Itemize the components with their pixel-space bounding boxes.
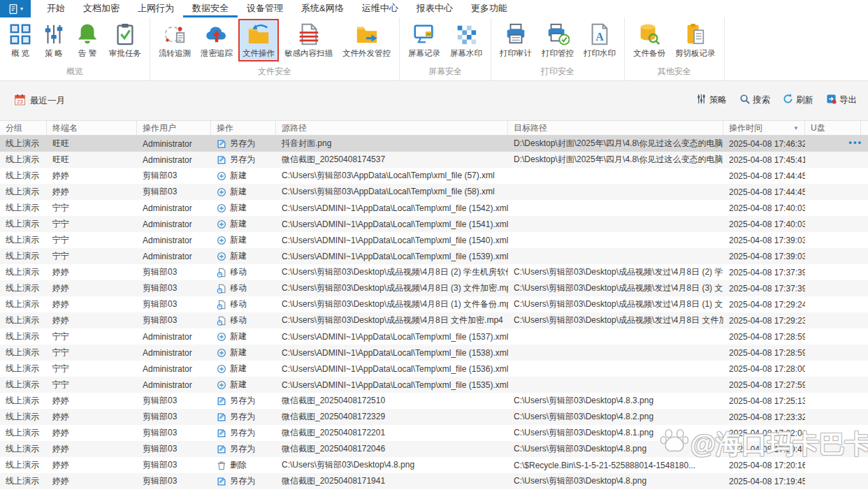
export-button[interactable]: 导出 <box>826 94 857 106</box>
cell-terminal: 婷婷 <box>47 457 137 473</box>
table-row[interactable]: 线上演示宁宁Administrator新建C:\Users\ADMINI~1\A… <box>0 345 868 361</box>
cell-user: 剪辑部03 <box>137 312 211 328</box>
app-window: ▾ 开始文档加密上网行为数据安全设备管理系统&网络运维中心报表中心更多功能 概 … <box>0 0 868 492</box>
export-icon <box>826 94 837 106</box>
date-range-filter[interactable]: 23 最近一月 <box>14 94 65 108</box>
cell-source: C:\Users\剪辑部03\Desktop\成品视频\4月8日 (3) 文件加… <box>276 280 508 296</box>
column-header-op[interactable]: 操作 <box>211 121 276 135</box>
chevron-down-icon[interactable]: ▼ <box>793 125 799 131</box>
table-row[interactable]: 线上演示宁宁Administrator新建C:\Users\ADMINI~1\A… <box>0 361 868 377</box>
table-row[interactable]: 线上演示旺旺Administrator另存为微信截图_2025040817453… <box>0 152 868 168</box>
monitor-icon <box>412 22 436 46</box>
column-header-target[interactable]: 目标路径 <box>508 121 723 135</box>
policy-button[interactable]: 策略 <box>696 94 727 106</box>
table-row[interactable]: 线上演示婷婷剪辑部03新建C:\Users\剪辑部03\AppData\Loca… <box>0 184 868 200</box>
menu-tab-data-security[interactable]: 数据安全 <box>183 0 238 17</box>
menu-tab-ops-center[interactable]: 运维中心 <box>353 0 407 17</box>
op-label: 另存为 <box>230 443 255 455</box>
menu-tab-web-behavior[interactable]: 上网行为 <box>129 0 183 17</box>
save-as-icon <box>217 444 230 454</box>
table-row[interactable]: 线上演示宁宁Administrator新建C:\Users\ADMINI~1\A… <box>0 200 868 216</box>
table-row[interactable]: 线上演示旺旺Administrator另存为抖音封面.pngD:\Desktop… <box>0 136 868 152</box>
ribbon-item-label: 屏幕记录 <box>408 48 440 59</box>
column-header-label: 操作用户 <box>143 122 176 134</box>
refresh-label: 刷新 <box>796 94 813 106</box>
menu-tab-more-features[interactable]: 更多功能 <box>462 0 516 17</box>
save-as-icon <box>217 139 230 149</box>
app-menu-button[interactable]: ▾ <box>0 0 31 17</box>
cell-time: 2025-04-08 17:39:03 <box>723 232 805 248</box>
ribbon-item-file-backup[interactable]: 文件备份 <box>629 19 670 62</box>
ribbon-item-screen-watermark[interactable]: 屏幕水印 <box>446 19 486 62</box>
ribbon-item-clipboard-record[interactable]: 剪切板记录 <box>671 19 720 62</box>
cell-terminal: 旺旺 <box>47 152 137 168</box>
menu-tab-system-network[interactable]: 系统&网络 <box>292 0 353 17</box>
column-header-source[interactable]: 源路径 <box>276 121 508 135</box>
cell-op: 移动 <box>211 296 276 312</box>
table-row[interactable]: 线上演示宁宁Administrator新建C:\Users\ADMINI~1\A… <box>0 328 868 345</box>
cell-user: 剪辑部03 <box>137 441 211 457</box>
ribbon-item-screen-record[interactable]: 屏幕记录 <box>404 19 444 62</box>
ribbon-item-circulation-trace[interactable]: 流转追溯 <box>154 19 195 62</box>
table-row[interactable]: 线上演示婷婷剪辑部03另存为微信截图_20250408172329C:\User… <box>0 409 868 425</box>
cell-user: 剪辑部03 <box>137 184 211 200</box>
ribbon-item-alert[interactable]: 告 警 <box>71 19 103 62</box>
table-row[interactable]: 线上演示婷婷剪辑部03移动C:\Users\剪辑部03\Desktop\成品视频… <box>0 280 868 296</box>
cell-usb <box>805 248 861 264</box>
ribbon-item-print-control[interactable]: 打印管控 <box>537 19 578 62</box>
search-button[interactable]: 搜索 <box>739 94 770 106</box>
column-header-user[interactable]: 操作用户 <box>137 121 211 135</box>
menu-tab-start[interactable]: 开始 <box>38 0 74 17</box>
ribbon-item-print-watermark[interactable]: A打印水印 <box>579 19 620 62</box>
ribbon-item-approval-tasks[interactable]: 审批任务 <box>105 19 145 62</box>
table-row[interactable]: 线上演示婷婷剪辑部03移动C:\Users\剪辑部03\Desktop\成品视频… <box>0 312 868 328</box>
ribbon-item-overview[interactable]: 概 览 <box>4 19 36 62</box>
menu-tab-doc-encryption[interactable]: 文档加密 <box>74 0 129 17</box>
save-as-icon <box>217 477 230 486</box>
table-row[interactable]: 线上演示婷婷剪辑部03新建C:\Users\剪辑部03\AppData\Loca… <box>0 168 868 184</box>
column-header-group[interactable]: 分组 <box>0 121 47 135</box>
menu-tab-device-mgmt[interactable]: 设备管理 <box>238 0 292 17</box>
cell-user: Administrator <box>137 377 211 393</box>
table-row[interactable]: 线上演示婷婷剪辑部03另存为微信截图_20250408172201C:\User… <box>0 425 868 441</box>
column-header-usb[interactable]: U盘 <box>805 121 861 135</box>
op-label: 新建 <box>230 363 247 375</box>
table-row[interactable]: 线上演示婷婷剪辑部03删除C:\Users\剪辑部03\Desktop\4.8.… <box>0 457 868 473</box>
cell-usb <box>805 409 861 425</box>
table-row[interactable]: 线上演示宁宁Administrator新建C:\Users\ADMINI~1\A… <box>0 377 868 393</box>
table-row[interactable]: 线上演示宁宁Administrator新建C:\Users\ADMINI~1\A… <box>0 232 868 248</box>
cell-group: 线上演示 <box>0 168 47 184</box>
op-label: 另存为 <box>230 411 255 423</box>
ribbon-item-policy[interactable]: 策 略 <box>38 19 70 62</box>
row-actions-menu[interactable]: ••• <box>848 136 862 152</box>
refresh-button[interactable]: 刷新 <box>783 94 813 106</box>
ribbon-item-sensitive-content-scan[interactable]: 敏感内容扫描 <box>280 19 337 62</box>
table-header: 分组终端名操作用户操作源路径目标路径操作时间▼U盘 <box>0 120 868 136</box>
table-row[interactable]: 线上演示宁宁Administrator新建C:\Users\ADMINI~1\A… <box>0 216 868 232</box>
cell-time: 2025-04-08 17:20:16 <box>723 457 805 473</box>
column-header-terminal[interactable]: 终端名 <box>47 121 137 135</box>
table-row[interactable]: 线上演示宁宁Administrator新建C:\Users\ADMINI~1\A… <box>0 248 868 264</box>
ribbon-item-leak-tracking[interactable]: 泄密追踪 <box>196 19 237 62</box>
cell-source: 微信截图_20250408171941 <box>276 473 508 489</box>
cell-source: C:\Users\ADMINI~1\AppData\Local\Temp\xml… <box>276 328 508 345</box>
cell-usb <box>805 425 861 441</box>
table-row[interactable]: 线上演示婷婷剪辑部03另存为微信截图_20250408172510C:\User… <box>0 393 868 409</box>
menu-tab-report-center[interactable]: 报表中心 <box>407 0 462 17</box>
cell-user: 剪辑部03 <box>137 296 211 312</box>
create-icon <box>217 187 230 197</box>
table-row[interactable]: 线上演示婷婷剪辑部03另存为微信截图_20250408172046C:\User… <box>0 441 868 457</box>
table-row[interactable]: 线上演示婷婷剪辑部03另存为微信截图_20250408171941C:\User… <box>0 473 868 489</box>
cell-target: C:\Users\剪辑部03\Desktop\4.8.2.png <box>508 409 723 425</box>
table-row[interactable]: 线上演示婷婷剪辑部03移动C:\Users\剪辑部03\Desktop\成品视频… <box>0 264 868 280</box>
cell-target: C:\Users\剪辑部03\Desktop\4.8.3.png <box>508 393 723 409</box>
cell-target <box>508 328 723 345</box>
ribbon-item-file-operations[interactable]: 文件操作 <box>238 19 279 62</box>
svg-text:A: A <box>595 31 604 43</box>
ribbon-item-print-audit[interactable]: 打印审计 <box>496 19 536 62</box>
cell-op: 移动 <box>211 312 276 328</box>
create-icon <box>217 252 230 261</box>
ribbon-item-file-outgoing-control[interactable]: 文件外发管控 <box>338 19 395 62</box>
column-header-time[interactable]: 操作时间▼ <box>723 121 805 135</box>
table-row[interactable]: 线上演示婷婷剪辑部03移动C:\Users\剪辑部03\Desktop\成品视频… <box>0 296 868 312</box>
